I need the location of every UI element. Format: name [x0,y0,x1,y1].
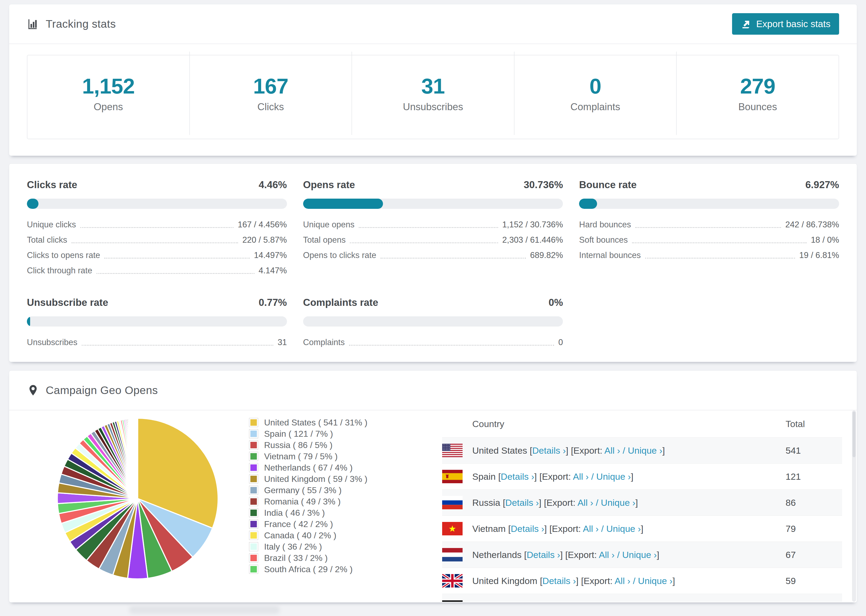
legend-item: Germany ( 55 / 3% ) [249,485,367,496]
export-all-link[interactable]: All › [578,498,593,508]
rate-section-opens-rate: Opens rate30.736%Unique opens1,152 / 30.… [303,179,563,277]
legend-swatch [249,475,258,484]
dotted-leader [80,227,233,228]
dotted-leader [381,258,526,259]
dotted-leader [72,242,238,243]
legend-swatch [249,553,258,563]
bracket: [ [524,550,527,560]
export-basic-stats-button[interactable]: Export basic stats [732,13,839,35]
vertical-scrollbar-thumb[interactable] [853,412,855,457]
legend-label: Spain ( 121 / 7% ) [264,429,333,439]
rate-value: 6.927% [806,179,839,190]
export-all-link[interactable]: All › [599,550,615,560]
total-cell: 121 [786,471,842,482]
rate-progress-track [303,316,563,327]
legend-label: Germany ( 55 / 3% ) [264,486,342,495]
total-cell: 67 [786,550,842,560]
legend-item: United Kingdom ( 59 / 3% ) [249,473,367,485]
rate-title: Clicks rate [27,179,77,190]
horizontal-scrollbar-shadow [129,606,280,614]
export-unique-link[interactable]: Unique › [622,550,657,560]
bracket: [ [508,523,511,534]
legend-swatch [249,429,258,438]
export-unique-link[interactable]: Unique › [606,523,641,534]
export-button-label: Export basic stats [756,19,830,29]
stat-cell-clicks: 167Clicks [189,52,352,135]
rate-row-value: 242 / 86.738% [785,220,839,231]
table-row: Spain [Details ›] [Export: All › / Uniqu… [442,464,842,489]
stat-label: Clicks [257,101,284,113]
export-unique-link[interactable]: Unique › [638,576,672,586]
flag-es-icon [442,470,463,483]
details-link[interactable]: Details › [511,523,544,534]
rate-progress-track [27,199,287,209]
dotted-leader [349,345,554,346]
pie-slice [137,418,138,498]
table-row [442,594,842,602]
page-title: Tracking stats [46,18,116,30]
legend-swatch [249,520,258,529]
stat-value: 0 [589,74,601,99]
legend-swatch [249,440,258,449]
export-unique-link[interactable]: Unique › [628,445,663,456]
export-all-link[interactable]: All › [573,471,589,482]
rate-header: Opens rate30.736% [303,179,563,190]
legend-label: India ( 46 / 3% ) [264,508,325,518]
rate-progress-track [27,316,287,327]
export-all-link[interactable]: All › [614,576,630,586]
stat-cell-opens: 1,152Opens [27,52,189,135]
legend-label: Brazil ( 33 / 2% ) [264,553,328,563]
bracket: [ [503,498,505,508]
rate-section-bounce-rate: Bounce rate6.927%Hard bounces242 / 86.73… [579,179,839,277]
tracking-stats-card: Tracking stats Export basic stats 1,152O… [9,4,857,156]
details-link[interactable]: Details › [532,445,566,456]
rate-row-value: 167 / 4.456% [238,220,287,231]
legend-swatch [249,565,258,574]
flag-ru-icon [442,496,463,509]
details-link[interactable]: Details › [527,550,560,560]
rate-row-label: Clicks to opens rate [27,250,100,262]
country-cell: Netherlands [Details ›] [Export: All › /… [472,550,786,560]
rate-header: Unsubscribe rate0.77% [27,297,287,308]
geo-content: United States ( 541 / 31% )Spain ( 121 /… [9,410,857,602]
export-prefix: [Export: [550,523,583,534]
rate-row-value: 2,303 / 61.446% [502,235,563,247]
rate-row-label: Internal bounces [579,250,641,262]
table-row: Vietnam [Details ›] [Export: All › / Uni… [442,515,842,542]
country-cell: Spain [Details ›] [Export: All › / Uniqu… [472,471,786,482]
details-link[interactable]: Details › [505,498,539,508]
total-cell: 59 [786,576,842,586]
bracket: ] [663,445,665,456]
campaign-geo-opens-card: Campaign Geo Opens United States ( 541 /… [9,370,857,603]
legend-label: South Africa ( 29 / 2% ) [264,564,353,574]
details-link[interactable]: Details › [501,471,534,482]
flag-us-icon [442,444,463,457]
rate-detail-row: Opens to clicks rate689.82% [303,247,563,262]
rate-detail-row: Hard bounces242 / 86.738% [579,216,839,231]
rate-progress-track [579,199,839,209]
link-separator: / [630,576,638,586]
rate-row-label: Unsubscribes [27,338,77,349]
legend-item: Romania ( 49 / 3% ) [249,496,367,507]
export-unique-link[interactable]: Unique › [601,498,636,508]
export-prefix: [Export: [581,576,614,586]
export-all-link[interactable]: All › [583,523,599,534]
export-prefix: [Export: [539,471,573,482]
geo-opens-pie-chart [55,416,220,581]
bracket: ] [657,550,659,560]
stat-value: 279 [740,74,775,99]
export-all-link[interactable]: All › [604,445,620,456]
legend-item: South Africa ( 29 / 2% ) [249,564,367,575]
rate-section-unsubscribe-rate: Unsubscribe rate0.77%Unsubscribes31 [27,297,287,349]
export-prefix: [Export: [544,498,578,508]
rate-row-value: 689.82% [530,250,563,262]
export-unique-link[interactable]: Unique › [596,471,631,482]
details-link[interactable]: Details › [542,576,576,586]
link-separator: / [599,523,606,534]
country-name: Vietnam [472,523,508,534]
rate-row-label: Hard bounces [579,220,631,231]
rate-detail-row: Total clicks220 / 5.87% [27,231,287,247]
country-name: Spain [472,471,498,482]
rate-row-value: 1,152 / 30.736% [502,220,563,231]
bracket: ] [576,576,581,586]
